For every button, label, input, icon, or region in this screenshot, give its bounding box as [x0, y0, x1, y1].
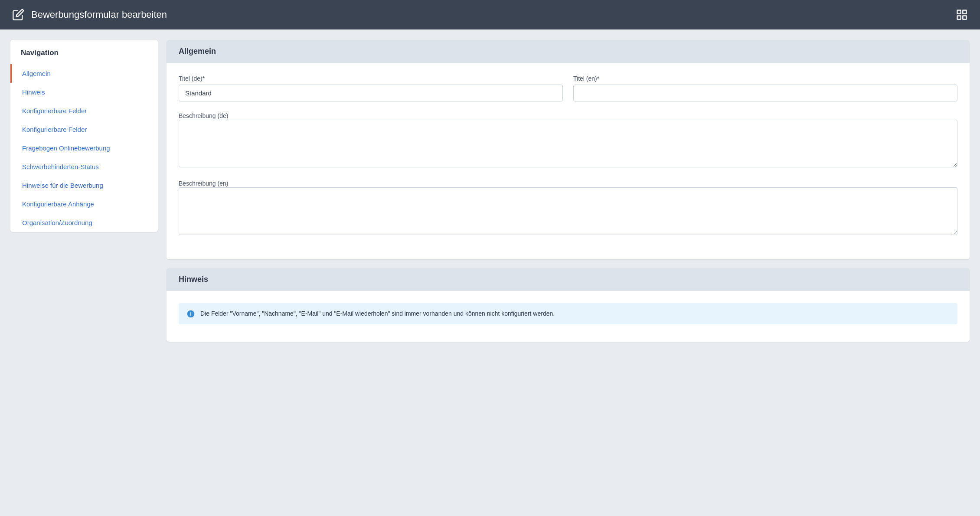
sidebar-item-3[interactable]: Konfigurierbare Felder: [10, 120, 158, 139]
main-layout: Navigation AllgemeinHinweisKonfigurierba…: [0, 29, 980, 516]
page-title: Bewerbungsformular bearbeiten: [31, 9, 167, 20]
svg-rect-0: [957, 10, 961, 14]
beschreibung-de-group: Beschreibung (de): [179, 112, 957, 169]
allgemein-header: Allgemein: [167, 40, 970, 63]
titel-row: Titel (de)* Titel (en)*: [179, 75, 957, 101]
sidebar-item-7[interactable]: Konfigurierbare Anhänge: [10, 195, 158, 213]
allgemein-title: Allgemein: [179, 47, 957, 56]
titel-en-input[interactable]: [573, 85, 957, 101]
beschreibung-de-label: Beschreibung (de): [179, 112, 228, 119]
sidebar-item-8[interactable]: Organisation/Zuordnung: [10, 213, 158, 232]
beschreibung-de-textarea[interactable]: [179, 120, 957, 167]
header-left: Bewerbungsformular bearbeiten: [12, 9, 167, 21]
sidebar-nav-list: AllgemeinHinweisKonfigurierbare FelderKo…: [10, 64, 158, 232]
hinweis-body: i Die Felder "Vorname", "Nachname", "E-M…: [167, 291, 970, 342]
titel-de-input[interactable]: [179, 85, 563, 101]
info-box: i Die Felder "Vorname", "Nachname", "E-M…: [179, 303, 957, 324]
sidebar-item-0[interactable]: Allgemein: [10, 64, 158, 83]
sidebar-item-4[interactable]: Fragebogen Onlinebewerbung: [10, 139, 158, 157]
sidebar-navigation: Navigation AllgemeinHinweisKonfigurierba…: [10, 40, 158, 232]
hinweis-title: Hinweis: [179, 275, 957, 284]
sidebar-item-2[interactable]: Konfigurierbare Felder: [10, 101, 158, 120]
hinweis-header: Hinweis: [167, 268, 970, 291]
allgemein-section: Allgemein Titel (de)* Titel (en)* B: [167, 40, 970, 259]
info-message: Die Felder "Vorname", "Nachname", "E-Mai…: [200, 309, 555, 318]
edit-icon: [12, 9, 24, 21]
titel-en-group: Titel (en)*: [573, 75, 957, 101]
beschreibung-en-group: Beschreibung (en): [179, 180, 957, 237]
beschreibung-en-label: Beschreibung (en): [179, 180, 228, 187]
svg-rect-2: [957, 16, 961, 19]
titel-de-group: Titel (de)*: [179, 75, 563, 101]
sidebar-item-1[interactable]: Hinweis: [10, 83, 158, 101]
app-header: Bewerbungsformular bearbeiten: [0, 0, 980, 29]
allgemein-body: Titel (de)* Titel (en)* Beschreibung (de…: [167, 63, 970, 259]
info-circle-icon: i: [186, 310, 195, 318]
sidebar-item-6[interactable]: Hinweise für die Bewerbung: [10, 176, 158, 195]
hinweis-section: Hinweis i Die Felder "Vorname", "Nachnam…: [167, 268, 970, 342]
grid-icon[interactable]: [956, 9, 968, 21]
beschreibung-en-textarea[interactable]: [179, 187, 957, 235]
svg-rect-1: [963, 10, 966, 14]
sidebar-item-5[interactable]: Schwerbehinderten-Status: [10, 157, 158, 176]
sidebar-heading: Navigation: [10, 40, 158, 64]
titel-de-label: Titel (de)*: [179, 75, 563, 82]
main-content: Allgemein Titel (de)* Titel (en)* B: [167, 40, 970, 342]
svg-text:i: i: [190, 311, 191, 317]
svg-rect-3: [963, 16, 966, 19]
titel-en-label: Titel (en)*: [573, 75, 957, 82]
